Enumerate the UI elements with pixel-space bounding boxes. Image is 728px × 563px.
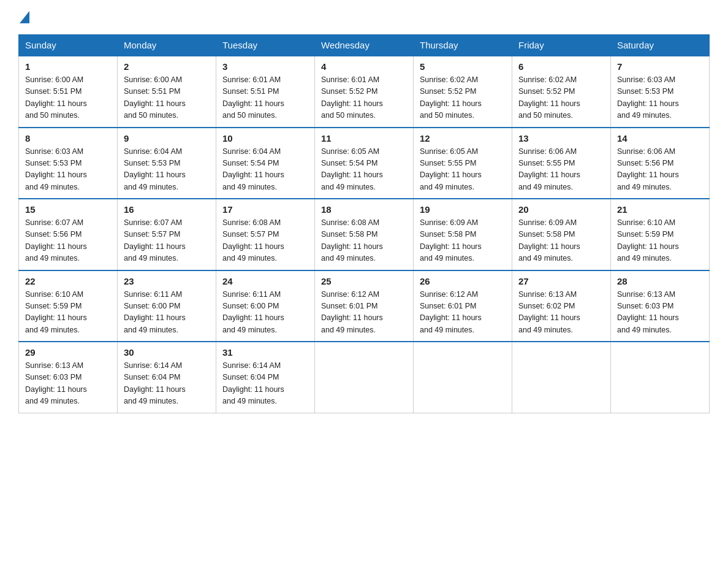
- calendar-week-row: 22 Sunrise: 6:10 AMSunset: 5:59 PMDaylig…: [19, 270, 710, 342]
- calendar-cell: 30 Sunrise: 6:14 AMSunset: 6:04 PMDaylig…: [118, 342, 216, 413]
- calendar-cell: 22 Sunrise: 6:10 AMSunset: 5:59 PMDaylig…: [19, 270, 118, 342]
- calendar-cell: 2 Sunrise: 6:00 AMSunset: 5:51 PMDayligh…: [118, 56, 216, 128]
- day-info: Sunrise: 6:12 AMSunset: 6:01 PMDaylight:…: [420, 289, 506, 337]
- day-info: Sunrise: 6:05 AMSunset: 5:54 PMDaylight:…: [321, 146, 407, 194]
- calendar-cell: 23 Sunrise: 6:11 AMSunset: 6:00 PMDaylig…: [118, 270, 216, 342]
- calendar-cell: [611, 342, 710, 413]
- calendar-cell: 1 Sunrise: 6:00 AMSunset: 5:51 PMDayligh…: [19, 56, 118, 128]
- day-number: 12: [420, 133, 506, 144]
- day-info: Sunrise: 6:03 AMSunset: 5:53 PMDaylight:…: [25, 146, 111, 194]
- calendar-cell: 18 Sunrise: 6:08 AMSunset: 5:58 PMDaylig…: [315, 199, 414, 270]
- day-info: Sunrise: 6:13 AMSunset: 6:03 PMDaylight:…: [25, 360, 111, 408]
- day-info: Sunrise: 6:02 AMSunset: 5:52 PMDaylight:…: [420, 74, 506, 122]
- day-number: 8: [25, 133, 111, 144]
- col-header-friday: Friday: [512, 35, 611, 56]
- col-header-wednesday: Wednesday: [315, 35, 414, 56]
- calendar-cell: 16 Sunrise: 6:07 AMSunset: 5:57 PMDaylig…: [118, 199, 216, 270]
- day-number: 5: [420, 61, 506, 72]
- day-number: 30: [124, 347, 210, 358]
- day-info: Sunrise: 6:14 AMSunset: 6:04 PMDaylight:…: [222, 360, 308, 408]
- calendar-table: SundayMondayTuesdayWednesdayThursdayFrid…: [18, 34, 710, 413]
- calendar-cell: 9 Sunrise: 6:04 AMSunset: 5:53 PMDayligh…: [118, 128, 216, 199]
- day-info: Sunrise: 6:00 AMSunset: 5:51 PMDaylight:…: [25, 74, 111, 122]
- day-number: 31: [222, 347, 308, 358]
- day-info: Sunrise: 6:10 AMSunset: 5:59 PMDaylight:…: [617, 217, 703, 265]
- calendar-header-row: SundayMondayTuesdayWednesdayThursdayFrid…: [19, 35, 710, 56]
- day-info: Sunrise: 6:08 AMSunset: 5:57 PMDaylight:…: [222, 217, 308, 265]
- day-info: Sunrise: 6:04 AMSunset: 5:54 PMDaylight:…: [222, 146, 308, 194]
- calendar-cell: 8 Sunrise: 6:03 AMSunset: 5:53 PMDayligh…: [19, 128, 118, 199]
- day-number: 9: [124, 133, 210, 144]
- day-info: Sunrise: 6:11 AMSunset: 6:00 PMDaylight:…: [124, 289, 210, 337]
- calendar-cell: 25 Sunrise: 6:12 AMSunset: 6:01 PMDaylig…: [315, 270, 414, 342]
- day-number: 27: [518, 276, 604, 286]
- calendar-cell: 3 Sunrise: 6:01 AMSunset: 5:51 PMDayligh…: [216, 56, 315, 128]
- calendar-cell: 13 Sunrise: 6:06 AMSunset: 5:55 PMDaylig…: [512, 128, 611, 199]
- day-number: 13: [518, 133, 604, 144]
- logo-triangle-icon: [20, 11, 29, 23]
- day-info: Sunrise: 6:01 AMSunset: 5:52 PMDaylight:…: [321, 74, 407, 122]
- calendar-cell: [512, 342, 611, 413]
- calendar-cell: 17 Sunrise: 6:08 AMSunset: 5:57 PMDaylig…: [216, 199, 315, 270]
- day-info: Sunrise: 6:05 AMSunset: 5:55 PMDaylight:…: [420, 146, 506, 194]
- calendar-cell: 5 Sunrise: 6:02 AMSunset: 5:52 PMDayligh…: [414, 56, 512, 128]
- day-info: Sunrise: 6:06 AMSunset: 5:56 PMDaylight:…: [617, 146, 703, 194]
- day-info: Sunrise: 6:10 AMSunset: 5:59 PMDaylight:…: [25, 289, 111, 337]
- day-number: 15: [25, 204, 111, 215]
- calendar-cell: 19 Sunrise: 6:09 AMSunset: 5:58 PMDaylig…: [414, 199, 512, 270]
- calendar-week-row: 29 Sunrise: 6:13 AMSunset: 6:03 PMDaylig…: [19, 342, 710, 413]
- day-info: Sunrise: 6:07 AMSunset: 5:57 PMDaylight:…: [124, 217, 210, 265]
- day-number: 18: [321, 204, 407, 215]
- day-number: 16: [124, 204, 210, 215]
- day-info: Sunrise: 6:03 AMSunset: 5:53 PMDaylight:…: [617, 74, 703, 122]
- calendar-cell: 10 Sunrise: 6:04 AMSunset: 5:54 PMDaylig…: [216, 128, 315, 199]
- day-number: 25: [321, 276, 407, 286]
- day-number: 4: [321, 61, 407, 72]
- logo-line1: [18, 12, 29, 25]
- calendar-cell: 21 Sunrise: 6:10 AMSunset: 5:59 PMDaylig…: [611, 199, 710, 270]
- day-number: 14: [617, 133, 703, 144]
- logo: [18, 12, 29, 22]
- col-header-monday: Monday: [118, 35, 216, 56]
- calendar-cell: 14 Sunrise: 6:06 AMSunset: 5:56 PMDaylig…: [611, 128, 710, 199]
- day-number: 19: [420, 204, 506, 215]
- calendar-week-row: 8 Sunrise: 6:03 AMSunset: 5:53 PMDayligh…: [19, 128, 710, 199]
- day-number: 23: [124, 276, 210, 286]
- calendar-cell: 12 Sunrise: 6:05 AMSunset: 5:55 PMDaylig…: [414, 128, 512, 199]
- day-number: 1: [25, 61, 111, 72]
- day-info: Sunrise: 6:07 AMSunset: 5:56 PMDaylight:…: [25, 217, 111, 265]
- calendar-cell: [414, 342, 512, 413]
- day-number: 2: [124, 61, 210, 72]
- col-header-tuesday: Tuesday: [216, 35, 315, 56]
- calendar-cell: 4 Sunrise: 6:01 AMSunset: 5:52 PMDayligh…: [315, 56, 414, 128]
- col-header-sunday: Sunday: [19, 35, 118, 56]
- calendar-cell: [315, 342, 414, 413]
- day-info: Sunrise: 6:02 AMSunset: 5:52 PMDaylight:…: [518, 74, 604, 122]
- day-number: 29: [25, 347, 111, 358]
- calendar-cell: 6 Sunrise: 6:02 AMSunset: 5:52 PMDayligh…: [512, 56, 611, 128]
- day-number: 28: [617, 276, 703, 286]
- calendar-cell: 20 Sunrise: 6:09 AMSunset: 5:58 PMDaylig…: [512, 199, 611, 270]
- day-info: Sunrise: 6:09 AMSunset: 5:58 PMDaylight:…: [518, 217, 604, 265]
- day-number: 10: [222, 133, 308, 144]
- day-info: Sunrise: 6:13 AMSunset: 6:03 PMDaylight:…: [617, 289, 703, 337]
- calendar-cell: 15 Sunrise: 6:07 AMSunset: 5:56 PMDaylig…: [19, 199, 118, 270]
- day-info: Sunrise: 6:09 AMSunset: 5:58 PMDaylight:…: [420, 217, 506, 265]
- day-number: 21: [617, 204, 703, 215]
- col-header-saturday: Saturday: [611, 35, 710, 56]
- calendar-cell: 24 Sunrise: 6:11 AMSunset: 6:00 PMDaylig…: [216, 270, 315, 342]
- day-info: Sunrise: 6:12 AMSunset: 6:01 PMDaylight:…: [321, 289, 407, 337]
- calendar-cell: 28 Sunrise: 6:13 AMSunset: 6:03 PMDaylig…: [611, 270, 710, 342]
- day-number: 20: [518, 204, 604, 215]
- day-info: Sunrise: 6:04 AMSunset: 5:53 PMDaylight:…: [124, 146, 210, 194]
- calendar-cell: 31 Sunrise: 6:14 AMSunset: 6:04 PMDaylig…: [216, 342, 315, 413]
- day-info: Sunrise: 6:00 AMSunset: 5:51 PMDaylight:…: [124, 74, 210, 122]
- calendar-cell: 27 Sunrise: 6:13 AMSunset: 6:02 PMDaylig…: [512, 270, 611, 342]
- day-number: 11: [321, 133, 407, 144]
- day-info: Sunrise: 6:06 AMSunset: 5:55 PMDaylight:…: [518, 146, 604, 194]
- day-info: Sunrise: 6:11 AMSunset: 6:00 PMDaylight:…: [222, 289, 308, 337]
- calendar-week-row: 1 Sunrise: 6:00 AMSunset: 5:51 PMDayligh…: [19, 56, 710, 128]
- day-info: Sunrise: 6:14 AMSunset: 6:04 PMDaylight:…: [124, 360, 210, 408]
- day-info: Sunrise: 6:13 AMSunset: 6:02 PMDaylight:…: [518, 289, 604, 337]
- day-number: 7: [617, 61, 703, 72]
